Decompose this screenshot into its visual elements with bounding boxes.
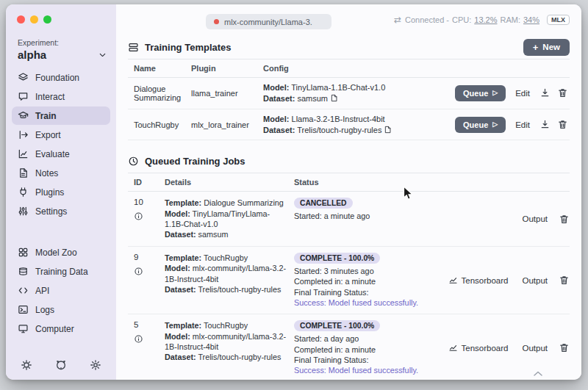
sidebar-item-train[interactable]: Train bbox=[12, 106, 110, 125]
sidebar-item-foundation[interactable]: Foundation bbox=[12, 68, 110, 87]
experiment-label: Experiment: bbox=[18, 38, 116, 47]
model-label: Model: bbox=[165, 332, 190, 341]
template-plugin: llama_trainer bbox=[191, 89, 263, 98]
info-icon[interactable] bbox=[134, 212, 143, 221]
nav-label: Logs bbox=[35, 305, 54, 315]
job-id: 5 bbox=[134, 320, 138, 329]
theme-toggle-sun-icon[interactable] bbox=[21, 359, 32, 371]
chevron-down-icon bbox=[98, 50, 107, 59]
top-bar: mlx-community/Llama-3. ⇄ Connected - CPU… bbox=[116, 4, 581, 35]
job-row: 10 Template: Dialogue Summarizing Model:… bbox=[128, 192, 570, 246]
col-name: Name bbox=[134, 64, 191, 73]
terminal-icon bbox=[18, 304, 29, 315]
template-value: Dialogue Summarizing bbox=[204, 198, 284, 207]
nav-label: Evaluate bbox=[35, 149, 70, 159]
sidebar-nav-secondary: Model Zoo Training Data API Logs Compute… bbox=[6, 242, 116, 339]
edit-button[interactable]: Edit bbox=[512, 118, 533, 131]
sidebar-item-settings[interactable]: Settings bbox=[12, 202, 110, 220]
sidebar-item-logs[interactable]: Logs bbox=[12, 300, 110, 319]
sidebar-item-api[interactable]: API bbox=[12, 281, 110, 300]
github-icon[interactable] bbox=[55, 359, 67, 371]
new-template-button[interactable]: + New bbox=[523, 39, 570, 56]
code-icon bbox=[18, 285, 29, 296]
tensorboard-label: Tensorboard bbox=[462, 276, 509, 285]
sidebar-item-model-zoo[interactable]: Model Zoo bbox=[12, 243, 110, 261]
job-row: 9 Template: TouchRugby Model: mlx-commun… bbox=[128, 247, 570, 314]
jobs-table-header: ID Details Status bbox=[128, 173, 570, 192]
info-icon[interactable] bbox=[134, 334, 143, 344]
content: Training Templates + New Name Plugin Con… bbox=[116, 35, 581, 380]
template-config: Model: Llama-3.2-1B-Instruct-4bit Datase… bbox=[263, 114, 451, 136]
dataset-value: Trelis/touch-rugby-rules bbox=[198, 285, 281, 294]
job-id-cell: 5 bbox=[134, 320, 165, 375]
job-details: Template: Dialogue Summarizing Model: Ti… bbox=[165, 198, 294, 239]
queue-button[interactable]: Queue▷ bbox=[455, 117, 506, 133]
dataset-label: Dataset: bbox=[263, 126, 295, 134]
sidebar-item-notes[interactable]: Notes bbox=[12, 164, 110, 182]
sidebar-item-computer[interactable]: Computer bbox=[12, 319, 110, 338]
plug-icon bbox=[18, 187, 29, 198]
sidebar-item-plugins[interactable]: Plugins bbox=[12, 183, 110, 201]
job-actions: Tensorboard Output bbox=[446, 341, 570, 355]
ram-value[interactable]: 34% bbox=[523, 15, 539, 24]
minimize-window-button[interactable] bbox=[30, 15, 38, 24]
queue-button[interactable]: Queue▷ bbox=[455, 85, 506, 101]
section-title: Training Templates bbox=[145, 42, 232, 53]
final-status-value: Success: Model fused successfully. bbox=[294, 297, 446, 308]
main-area: mlx-community/Llama-3. ⇄ Connected - CPU… bbox=[116, 4, 581, 380]
sidebar-item-evaluate[interactable]: Evaluate bbox=[12, 145, 110, 163]
dataset-label: Dataset: bbox=[165, 353, 196, 361]
trash-icon[interactable] bbox=[559, 214, 570, 225]
job-status: CANCELLED Started: a minute ago bbox=[294, 198, 446, 239]
job-actions: Output bbox=[446, 212, 570, 225]
model-value: Llama-3.2-1B-Instruct-4bit bbox=[292, 115, 385, 123]
final-status-label: Final Training Status: bbox=[294, 287, 446, 297]
cpu-value[interactable]: 13.2% bbox=[474, 15, 497, 24]
ram-label: RAM: bbox=[500, 15, 520, 24]
sidebar-item-training-data[interactable]: Training Data bbox=[12, 262, 110, 281]
tensorboard-button[interactable]: Tensorboard bbox=[445, 341, 512, 355]
output-button[interactable]: Output bbox=[519, 212, 551, 225]
template-value: TouchRugby bbox=[204, 253, 248, 262]
foundation-model-badge[interactable]: mlx-community/Llama-3. bbox=[206, 14, 331, 29]
job-status: COMPLETE - 100.0% Started: a day ago Com… bbox=[294, 320, 446, 375]
nav-label: Export bbox=[35, 130, 61, 140]
tensorboard-button[interactable]: Tensorboard bbox=[445, 273, 512, 287]
experiment-selector[interactable]: alpha bbox=[18, 48, 107, 61]
template-plugin: mlx_lora_trainer bbox=[191, 120, 263, 129]
nav-label: Interact bbox=[35, 92, 65, 102]
sidebar-item-export[interactable]: Export bbox=[12, 126, 110, 144]
trash-icon[interactable] bbox=[557, 119, 568, 130]
sliders-icon bbox=[18, 206, 29, 217]
started-text: Started: a day ago bbox=[294, 333, 446, 344]
trash-icon[interactable] bbox=[557, 87, 568, 98]
info-icon[interactable] bbox=[134, 267, 143, 276]
app-window: Experiment: alpha Foundation Interact Tr… bbox=[6, 4, 581, 380]
job-details: Template: TouchRugby Model: mlx-communit… bbox=[165, 253, 294, 308]
window-controls bbox=[6, 4, 116, 24]
training-templates-header: Training Templates + New bbox=[128, 35, 570, 59]
nav-label: Training Data bbox=[35, 267, 88, 277]
output-button[interactable]: Output bbox=[519, 342, 551, 355]
download-icon[interactable] bbox=[539, 119, 551, 130]
sidebar-nav-primary: Foundation Interact Train Export Evaluat… bbox=[6, 67, 116, 221]
edit-button[interactable]: Edit bbox=[512, 87, 533, 100]
collapse-caret-icon[interactable] bbox=[533, 370, 543, 377]
trash-icon[interactable] bbox=[559, 275, 570, 286]
completed-text: Completed in: a minute bbox=[294, 344, 446, 355]
dataset-label: Dataset: bbox=[263, 94, 295, 103]
model-label: Model: bbox=[263, 115, 289, 123]
trash-icon[interactable] bbox=[559, 342, 570, 353]
download-icon[interactable] bbox=[539, 87, 551, 98]
template-label: Template: bbox=[165, 198, 201, 207]
chart-line-icon bbox=[448, 343, 458, 353]
gear-icon[interactable] bbox=[90, 359, 101, 371]
connected-text: Connected - bbox=[405, 15, 449, 24]
close-window-button[interactable] bbox=[17, 15, 25, 24]
template-actions: Queue▷ Edit bbox=[451, 117, 570, 133]
nav-label: Foundation bbox=[35, 73, 79, 83]
sidebar-item-interact[interactable]: Interact bbox=[12, 87, 110, 106]
status-badge: CANCELLED bbox=[294, 198, 353, 209]
zoom-window-button[interactable] bbox=[43, 15, 51, 24]
output-button[interactable]: Output bbox=[519, 274, 551, 287]
